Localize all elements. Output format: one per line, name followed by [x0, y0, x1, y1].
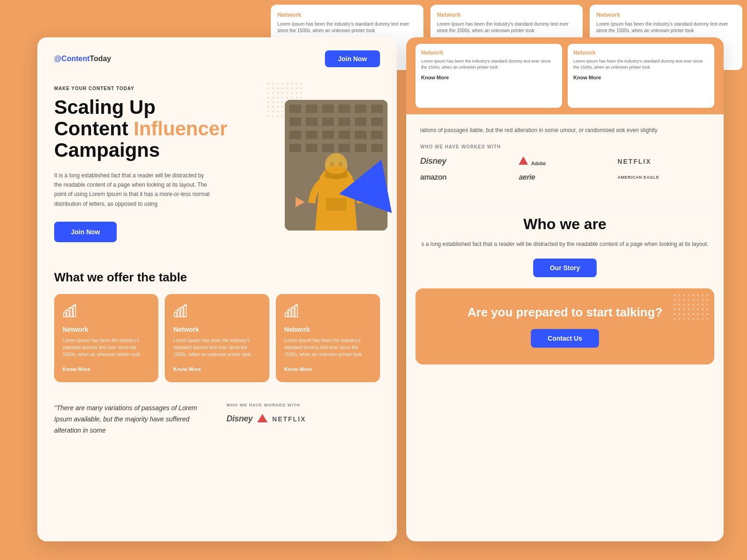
svg-point-29: [338, 162, 342, 167]
svg-rect-25: [371, 144, 383, 152]
right-mini-1-cta[interactable]: Know More: [421, 75, 449, 80]
offers-title: What we offer the table: [54, 270, 380, 285]
offer-3-icon: [284, 303, 372, 320]
svg-rect-5: [338, 105, 350, 113]
main-card: @ContentToday Join Now MAKE YOUR CONTENT…: [37, 37, 397, 541]
partners-title: WHO WE HAVE WORKED WITH: [420, 144, 710, 149]
right-mini-1-title: Network: [421, 49, 557, 56]
offer-1-desc: Lorem Ipsum has been the industry's stan…: [63, 337, 150, 358]
svg-rect-18: [355, 131, 366, 139]
offer-2-desc: Lorem Ipsum has been the industry's stan…: [173, 337, 261, 358]
hero-heading-accent: Influencer: [134, 118, 227, 140]
svg-rect-11: [338, 118, 350, 126]
right-mini-2-cta[interactable]: Know More: [573, 75, 601, 80]
svg-marker-42: [257, 414, 268, 422]
svg-rect-36: [181, 308, 183, 317]
offer-2-icon: [173, 303, 261, 320]
hero-join-button[interactable]: Join Now: [54, 222, 117, 242]
svg-rect-22: [322, 144, 334, 152]
contact-us-button[interactable]: Contact Us: [531, 329, 599, 348]
partner-american-eagle: AMERICAN EAGLE: [618, 175, 710, 180]
svg-rect-10: [322, 118, 334, 126]
svg-rect-7: [371, 105, 383, 113]
offer-card-3: Network Lorem Ipsum has been the industr…: [276, 294, 380, 382]
who-we-are-title: Who we are: [416, 216, 714, 233]
svg-rect-31: [67, 310, 69, 317]
hero-heading-line3: Campaigns: [54, 139, 160, 161]
bottom-partners-title: WHO WE HAVE WORKED WITH: [226, 403, 380, 407]
cta-dots-decoration: [672, 293, 710, 321]
svg-rect-37: [184, 306, 186, 317]
svg-rect-4: [322, 105, 334, 113]
svg-point-28: [330, 162, 334, 167]
top-card-1-desc: Lorem Ipsum has been the industry's stan…: [277, 21, 417, 34]
svg-rect-17: [338, 131, 350, 139]
play-button[interactable]: [296, 197, 306, 207]
partner-netflix: NETFLIX: [618, 158, 710, 165]
svg-rect-14: [289, 131, 301, 139]
svg-rect-3: [306, 105, 317, 113]
partners-grid: Disney Adobe NETFLIX amazon aerie AMERIC…: [420, 156, 710, 182]
svg-rect-30: [63, 313, 66, 317]
hero-heading-line1: Scaling Up: [54, 96, 155, 118]
svg-rect-16: [322, 131, 334, 139]
hero-tagline: MAKE YOUR CONTENT TODAY: [54, 86, 380, 91]
svg-rect-12: [355, 118, 366, 126]
logo-today: Today: [90, 55, 111, 63]
svg-rect-9: [306, 118, 317, 126]
partner-disney: Disney: [420, 156, 512, 166]
offer-card-2: Network Lorem Ipsum has been the industr…: [165, 294, 269, 382]
offer-1-icon: [63, 303, 150, 320]
right-mini-2-desc: Lorem Ipsum has been the industry's stan…: [573, 58, 709, 70]
offers-section: What we offer the table Network Lorem Ip…: [37, 256, 397, 393]
right-top-mini-1: Network Lorem Ipsum has been the industr…: [416, 44, 562, 108]
top-card-3-title: Network: [596, 11, 736, 18]
offer-3-title: Network: [284, 326, 372, 333]
adobe-logo: [257, 413, 268, 425]
offer-2-cta[interactable]: Know More: [173, 366, 201, 372]
logo-content: Content: [62, 55, 90, 63]
bottom-partners-logos: Disney NETFLIX: [226, 413, 380, 425]
who-we-are-section: Who we are s a long established fact tha…: [406, 206, 724, 288]
svg-rect-6: [355, 105, 366, 113]
right-card-inner: Network Lorem Ipsum has been the industr…: [406, 37, 724, 541]
offer-1-title: Network: [63, 326, 150, 333]
svg-rect-21: [306, 144, 317, 152]
svg-rect-20: [289, 144, 301, 152]
top-card-3-desc: Lorem Ipsum has been the industry's stan…: [596, 21, 736, 34]
offer-3-cta[interactable]: Know More: [284, 366, 312, 372]
nav-join-button[interactable]: Join Now: [325, 50, 380, 67]
right-white-content: iations of passages ilable, but the red …: [406, 114, 724, 206]
offer-card-1: Network Lorem Ipsum has been the industr…: [54, 294, 158, 382]
card-header: @ContentToday Join Now: [37, 37, 397, 77]
netflix-logo: NETFLIX: [272, 415, 306, 423]
top-card-1-title: Network: [277, 11, 417, 18]
top-card-2-desc: Lorem Ipsum has been the industry's stan…: [437, 21, 577, 34]
svg-rect-13: [371, 118, 383, 126]
svg-rect-34: [174, 313, 176, 317]
offer-1-cta[interactable]: Know More: [63, 366, 90, 372]
svg-marker-43: [519, 156, 528, 165]
svg-rect-19: [371, 131, 383, 139]
hero-heading-line2: Content: [54, 118, 134, 140]
bottom-partners: WHO WE HAVE WORKED WITH Disney NETFLIX: [226, 403, 380, 436]
testimonial-text: "There are many variations of passages o…: [54, 403, 208, 436]
svg-rect-40: [292, 308, 294, 317]
right-mini-2-title: Network: [573, 49, 709, 56]
our-story-button[interactable]: Our Story: [533, 259, 597, 277]
right-card: Network Lorem Ipsum has been the industr…: [406, 37, 724, 541]
svg-rect-27: [326, 198, 346, 211]
hero-section: MAKE YOUR CONTENT TODAY Scaling Up Conte…: [37, 77, 397, 256]
bottom-testimonial: "There are many variations of passages o…: [54, 403, 208, 436]
top-card-2-title: Network: [437, 11, 577, 18]
svg-rect-23: [338, 144, 350, 152]
partners-section: WHO WE HAVE WORKED WITH Disney Adobe NET…: [420, 144, 710, 182]
offer-2-title: Network: [173, 326, 261, 333]
svg-rect-38: [285, 313, 288, 317]
right-top-mini-2: Network Lorem Ipsum has been the industr…: [568, 44, 714, 108]
partner-amazon: amazon: [420, 173, 512, 182]
svg-rect-39: [289, 310, 291, 317]
cta-title: Are you prepared to start talking?: [430, 305, 700, 320]
right-mini-1-desc: Lorem Ipsum has been the industry's stan…: [421, 58, 557, 70]
svg-rect-41: [295, 306, 297, 317]
